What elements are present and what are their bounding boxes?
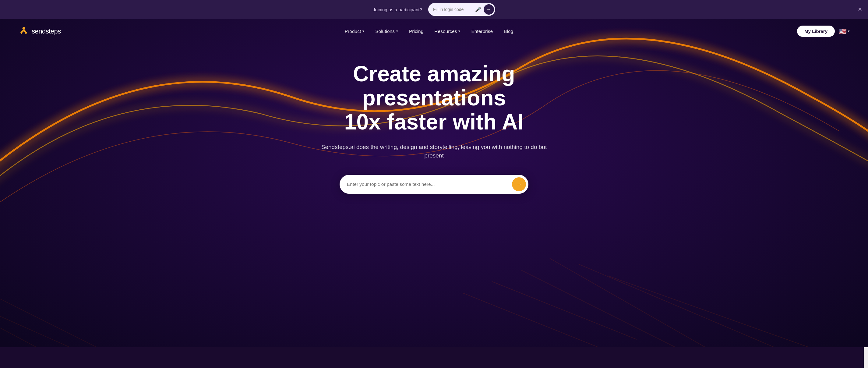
nav-item-solutions[interactable]: Solutions ▾ bbox=[375, 29, 398, 34]
close-button[interactable]: × bbox=[858, 6, 862, 13]
language-selector[interactable]: 🇺🇸 ▾ bbox=[839, 28, 850, 35]
flag-icon: 🇺🇸 bbox=[839, 28, 847, 35]
navbar: sendsteps Product ▾ Solutions ▾ Pricing bbox=[0, 19, 868, 43]
chevron-down-icon: ▾ bbox=[396, 29, 398, 33]
nav-item-product[interactable]: Product ▾ bbox=[345, 29, 364, 34]
logo-icon bbox=[18, 26, 29, 37]
chevron-down-icon: ▾ bbox=[848, 29, 850, 33]
chevron-down-icon: ▾ bbox=[363, 29, 364, 33]
nav-item-pricing[interactable]: Pricing bbox=[409, 29, 423, 34]
hero-submit-button[interactable]: → bbox=[512, 177, 526, 191]
nav-item-resources[interactable]: Resources ▾ bbox=[434, 29, 460, 34]
hero-title: Create amazing presentations 10x faster … bbox=[297, 62, 571, 134]
svg-point-1 bbox=[23, 27, 25, 30]
nav-link-product[interactable]: Product ▾ bbox=[345, 29, 364, 34]
hero-input-container: → bbox=[340, 175, 528, 194]
joining-text: Joining as a participant? bbox=[373, 7, 422, 12]
login-code-container: 🎤 → bbox=[428, 3, 495, 16]
nav-item-enterprise[interactable]: Enterprise bbox=[471, 29, 493, 34]
close-icon: × bbox=[858, 5, 862, 13]
microphone-icon: 🎤 bbox=[475, 7, 481, 12]
arrow-right-icon: → bbox=[516, 181, 522, 187]
hero-section: sendsteps Product ▾ Solutions ▾ Pricing bbox=[0, 19, 868, 347]
logo-link[interactable]: sendsteps bbox=[18, 26, 61, 37]
topic-input[interactable] bbox=[347, 182, 512, 187]
my-library-button[interactable]: My Library bbox=[797, 26, 835, 37]
login-submit-button[interactable]: → bbox=[484, 4, 494, 14]
hero-subtitle: Sendsteps.ai does the writing, design an… bbox=[312, 143, 556, 160]
arrow-right-icon: → bbox=[486, 7, 491, 12]
nav-link-pricing[interactable]: Pricing bbox=[409, 29, 423, 34]
chevron-down-icon: ▾ bbox=[458, 29, 460, 33]
hero-content: Create amazing presentations 10x faster … bbox=[0, 43, 868, 212]
nav-item-blog[interactable]: Blog bbox=[504, 29, 513, 34]
nav-link-solutions[interactable]: Solutions ▾ bbox=[375, 29, 398, 34]
nav-actions: My Library 🇺🇸 ▾ bbox=[797, 26, 850, 37]
login-code-input[interactable] bbox=[433, 7, 473, 12]
nav-link-enterprise[interactable]: Enterprise bbox=[471, 29, 493, 34]
logo-text: sendsteps bbox=[32, 27, 61, 35]
nav-link-resources[interactable]: Resources ▾ bbox=[434, 29, 460, 34]
top-bar: Joining as a participant? 🎤 → × bbox=[0, 0, 868, 19]
nav-link-blog[interactable]: Blog bbox=[504, 29, 513, 34]
nav-links: Product ▾ Solutions ▾ Pricing Resources … bbox=[345, 29, 513, 34]
